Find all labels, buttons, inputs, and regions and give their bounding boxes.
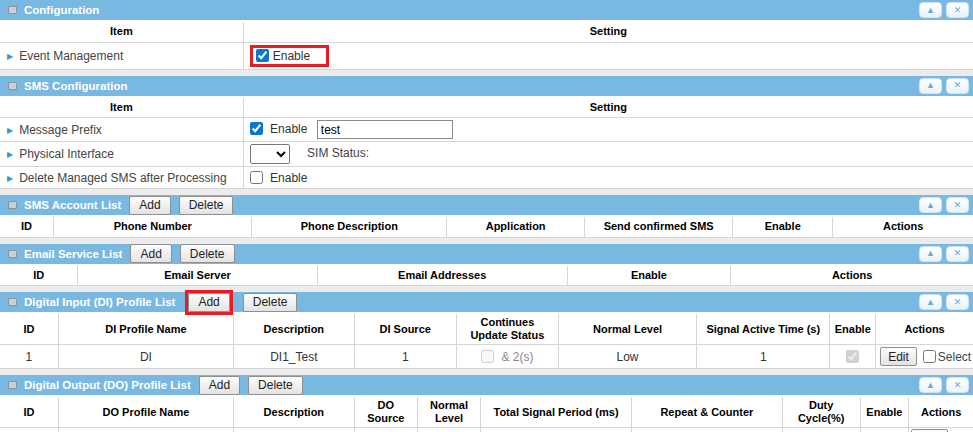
sms-account-delete-button[interactable]: Delete [179,196,234,215]
physical-interface-label: Physical Interface [19,147,114,161]
row-arrow-icon: ▶ [7,126,13,135]
column-header: Actions [731,266,973,286]
sms-configuration-title: SMS Configuration [24,80,128,92]
email-service-list-header: Email Service List Add Delete ▲ ✕ [0,244,973,266]
column-header: Signal Active Time (s) [697,314,830,345]
di-select-label: Select [938,350,971,364]
panel-configuration: Configuration ▲ ✕ Item Setting ▶Event Ma… [0,0,973,70]
do-profile-add-button[interactable]: Add [199,376,240,395]
collapse-panel-button[interactable]: ▲ [919,78,942,94]
row-arrow-icon: ▶ [7,150,13,159]
close-panel-button[interactable]: ✕ [946,2,969,18]
panel-di-profile-list: Digital Input (DI) Profile List Add Dele… [0,292,973,369]
column-header: Enable [860,397,909,428]
close-icon: ✕ [954,381,962,390]
do-profile-list-title: Digital Output (DO) Profile List [24,379,191,391]
sms-configuration-table: Item Setting ▶Message Prefix Enable ▶Phy… [0,98,973,190]
close-icon: ✕ [954,298,962,307]
di-source: 1 [354,345,456,369]
highlight-box: Add [185,290,232,315]
table-row-physical-interface: ▶Physical Interface SIM Status: [0,142,973,167]
di-select-checkbox[interactable] [923,350,936,363]
close-icon: ✕ [954,81,962,90]
do-description: FANONOFF [234,428,355,432]
row-arrow-icon: ▶ [7,174,13,183]
delete-managed-sms-label: Delete Managed SMS after Processing [19,171,226,185]
column-header: Actions [876,314,973,345]
highlight-box: Enable [250,45,329,67]
close-icon: ✕ [954,6,962,15]
panel-collapse-icon [8,82,17,90]
close-panel-button[interactable]: ✕ [946,78,969,94]
collapse-panel-button[interactable]: ▲ [919,246,942,262]
column-header: Repeat & Counter [631,397,782,428]
di-profile-list-table: ID DI Profile Name Description DI Source… [0,314,973,369]
up-arrow-icon: ▲ [926,381,935,390]
di-profile-add-button[interactable]: Add [188,293,229,312]
di-normal-level: Low [558,345,696,369]
column-header: Description [234,397,355,428]
panel-collapse-icon [8,250,17,258]
do-profile-list-table: ID DO Profile Name Description DO Source… [0,397,973,432]
message-prefix-input[interactable] [317,120,453,139]
column-header: Send confirmed SMS [585,217,733,237]
panel-collapse-icon [8,381,17,389]
email-service-list-table: ID Email Server Email Addresses Enable A… [0,266,973,287]
do-total-signal-period: 10000 [481,428,632,432]
column-header: Actions [909,397,973,428]
di-profile-delete-button[interactable]: Delete [243,293,298,312]
column-header: Continues Update Status [456,314,558,345]
collapse-panel-button[interactable]: ▲ [919,2,942,18]
email-service-delete-button[interactable]: Delete [180,244,235,263]
column-header: Enable [567,266,730,286]
di-profile-row: 1 DI DI1_Test 1 & 2(s) Low 1 EditSelect [0,345,973,369]
close-panel-button[interactable]: ✕ [946,294,969,310]
column-header: Phone Number [54,217,252,237]
do-normal-level: Low [417,428,480,432]
up-arrow-icon: ▲ [926,81,935,90]
di-edit-button[interactable]: Edit [880,347,917,366]
panel-collapse-icon [8,201,17,209]
email-service-list-title: Email Service List [24,248,122,260]
sim-status-label: SIM Status: [307,146,369,160]
delete-managed-sms-enable-checkbox[interactable] [250,171,263,184]
email-service-add-button[interactable]: Add [130,244,171,263]
column-header-setting: Setting [243,22,973,42]
column-header: DO Source [354,397,417,428]
close-panel-button[interactable]: ✕ [946,197,969,213]
do-profile-list-header: Digital Output (DO) Profile List Add Del… [0,375,973,397]
collapse-panel-button[interactable]: ▲ [919,377,942,393]
close-panel-button[interactable]: ✕ [946,377,969,393]
di-continues-update-value: & 2(s) [502,350,534,364]
di-enable-checkbox [846,350,859,363]
sms-account-list-header: SMS Account List Add Delete ▲ ✕ [0,195,973,217]
di-continues-update-checkbox [481,350,494,363]
column-header-item: Item [0,22,243,42]
configuration-title: Configuration [24,4,99,16]
column-header: Total Signal Period (ms) [481,397,632,428]
column-header-setting: Setting [243,98,973,118]
column-header: ID [0,266,78,286]
up-arrow-icon: ▲ [926,6,935,15]
panel-do-profile-list: Digital Output (DO) Profile List Add Del… [0,375,973,432]
panel-sms-account-list: SMS Account List Add Delete ▲ ✕ ID Phone… [0,195,973,238]
message-prefix-enable-checkbox[interactable] [250,122,263,135]
do-profile-delete-button[interactable]: Delete [248,376,303,395]
sms-account-list-title: SMS Account List [24,199,121,211]
panel-collapse-icon [8,298,17,306]
column-header: Email Addresses [317,266,567,286]
panel-collapse-icon [8,6,17,14]
event-management-enable-checkbox[interactable] [256,49,269,62]
sms-account-add-button[interactable]: Add [129,196,170,215]
enable-label: Enable [273,49,310,63]
di-signal-active-time: 1 [697,345,830,369]
do-source: 1 [354,428,417,432]
collapse-panel-button[interactable]: ▲ [919,197,942,213]
do-id: 1 [0,428,58,432]
collapse-panel-button[interactable]: ▲ [919,294,942,310]
di-id: 1 [0,345,58,369]
configuration-table: Item Setting ▶Event Management Enable [0,22,973,70]
physical-interface-select[interactable] [250,144,290,164]
do-profile-row: 1 FAN FANONOFF 1 Low 10000 & 0 100 Edit … [0,428,973,432]
close-panel-button[interactable]: ✕ [946,246,969,262]
